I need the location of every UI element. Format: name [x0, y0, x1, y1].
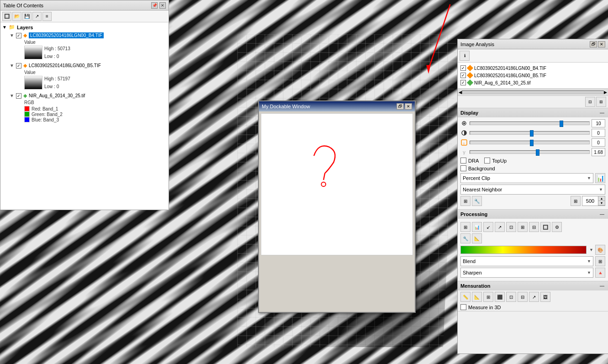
blend-dropdown[interactable]: Blend ▼	[460, 256, 593, 266]
ia-layer3-checkbox[interactable]	[460, 80, 466, 85]
display-section-header[interactable]: Display —	[458, 108, 608, 117]
nearest-neighbor-arrow: ▼	[599, 187, 603, 192]
mensuration-section-header[interactable]: Mensuration —	[458, 281, 608, 290]
spin-up-btn[interactable]: ▲	[598, 196, 605, 201]
gamma-thumb[interactable]	[536, 149, 539, 156]
meas-tool-7[interactable]: ↗	[529, 292, 539, 302]
toc-close-button[interactable]: ✕	[159, 2, 166, 9]
hillshade-slider[interactable]	[470, 141, 590, 144]
ia-view-btn2[interactable]: ⊞	[596, 97, 606, 107]
brightness-thumb[interactable]	[560, 121, 563, 127]
proc-tool-9[interactable]: ⚙	[552, 222, 562, 232]
proc-tool-2[interactable]: 📊	[472, 222, 482, 232]
layer2-value-label: Value	[24, 70, 167, 75]
layers-group-header[interactable]: ▼ 📁 Layers	[2, 24, 167, 30]
contrast-thumb[interactable]	[530, 130, 534, 137]
proc-tool-7[interactable]: ⊟	[529, 222, 539, 232]
sharpen-btn[interactable]: 🔺	[595, 268, 605, 278]
ia-layer3-row[interactable]: NIR_Aug_6_2014_30_25.tif	[460, 79, 605, 86]
gamma-value[interactable]: 1.68	[592, 148, 605, 156]
dockable-close-button[interactable]: ✕	[405, 103, 412, 110]
sharpen-row: Sharpen ▼ 🔺	[460, 268, 605, 278]
toc-pin-button[interactable]: 📌	[151, 2, 158, 9]
proc-tool-6[interactable]: ⊞	[518, 222, 528, 232]
layer3-item[interactable]: ▼ ◆ NIR_Aug_6_2014_30_25.tif	[10, 92, 167, 99]
ia-layer1-row[interactable]: LC80390252014186LGN00_B4.TIF	[460, 64, 605, 72]
proc-tool-3[interactable]: ↙	[483, 222, 493, 232]
scroll-left-btn[interactable]: ◀	[459, 90, 462, 95]
percent-clip-chart-btn[interactable]: 📊	[595, 173, 605, 183]
meas-tool-8[interactable]: 🖼	[540, 292, 550, 302]
scroll-track[interactable]	[462, 90, 604, 94]
display-tool-2[interactable]: 🔧	[472, 196, 482, 206]
blend-row: Blend ▼ ⊞	[460, 256, 605, 266]
blend-btn[interactable]: ⊞	[595, 256, 605, 266]
spin-value[interactable]: 500	[582, 196, 598, 206]
scroll-right-btn[interactable]: ▶	[604, 90, 607, 95]
topup-checkbox[interactable]	[484, 158, 490, 164]
layer1-item[interactable]: ▼ ◆ LC80390252014186LGN00_B4.TIF	[10, 32, 167, 39]
proc-tool-4[interactable]: ↗	[495, 222, 505, 232]
ia-top-toolbar: ℹ	[458, 49, 608, 63]
color-ramp-btn[interactable]: 🎨	[595, 245, 605, 255]
dockable-restore-button[interactable]: 🗗	[397, 103, 404, 110]
spin-down-btn[interactable]: ▼	[598, 201, 605, 206]
toc-titlebar: Table Of Contents 📌 ✕	[0, 0, 169, 11]
meas-tool-3[interactable]: ⊞	[483, 292, 493, 302]
hillshade-thumb[interactable]	[530, 140, 534, 146]
layer2-item[interactable]: ▼ ◆ LC80390252014186LGN00_B5.TIF	[10, 62, 167, 69]
meas-tool-1[interactable]: 📏	[460, 292, 471, 302]
nearest-neighbor-dropdown[interactable]: Nearest Neighbor ▼	[460, 185, 605, 195]
toc-tool-2[interactable]: 📂	[12, 12, 21, 21]
background-checkbox[interactable]	[460, 165, 466, 171]
ia-scrollbar[interactable]: ◀ ▶	[458, 89, 608, 96]
ia-layer1-checkbox[interactable]	[460, 65, 466, 71]
display-collapse-btn[interactable]: —	[599, 110, 605, 116]
ia-layer2-row[interactable]: LC80390252014186LGN00_B5.TIF	[460, 72, 605, 79]
toc-tool-5[interactable]: ≡	[42, 12, 52, 21]
layer1-icon: ◆	[23, 32, 27, 38]
ia-view-btn1[interactable]: ⊟	[585, 97, 595, 107]
mensuration-collapse-btn[interactable]: —	[599, 283, 605, 289]
ia-layers-list: LC80390252014186LGN00_B4.TIF LC803902520…	[458, 63, 608, 89]
background-row: Background	[460, 165, 605, 171]
proc-tool-11[interactable]: 📐	[472, 233, 482, 243]
display-tool-3[interactable]: ⊞	[571, 196, 581, 206]
color-ramp-arrow[interactable]: ▼	[589, 248, 593, 252]
brightness-value[interactable]: 10	[592, 119, 605, 127]
meas-tool-4[interactable]: ⬛	[495, 292, 505, 302]
ia-layer2-checkbox[interactable]	[460, 73, 466, 78]
toc-tool-1[interactable]: 🔲	[2, 12, 11, 21]
sharpen-dropdown[interactable]: Sharpen ▼	[460, 268, 593, 278]
meas-tool-6[interactable]: ⊟	[518, 292, 528, 302]
layer1-checkbox[interactable]	[16, 33, 21, 38]
layer2-checkbox[interactable]	[16, 63, 21, 69]
ia-tool-info[interactable]: ℹ	[460, 51, 470, 61]
toc-tool-4[interactable]: ↗	[32, 12, 42, 21]
toc-title: Table Of Contents	[3, 3, 43, 8]
meas-tool-5[interactable]: ⊡	[506, 292, 516, 302]
toc-tool-3[interactable]: 💾	[22, 12, 32, 21]
measure-3d-checkbox[interactable]	[460, 304, 466, 310]
ia-close-button[interactable]: ✕	[598, 41, 605, 47]
meas-tool-2[interactable]: 📐	[472, 292, 482, 302]
processing-collapse-btn[interactable]: —	[599, 211, 605, 217]
layer3-checkbox[interactable]	[16, 93, 21, 99]
contrast-value[interactable]: 0	[592, 129, 605, 137]
proc-tool-1[interactable]: ⊞	[460, 222, 471, 232]
spin-buttons: ▲ ▼	[598, 196, 605, 206]
display-tool-1[interactable]: ⊞	[460, 196, 471, 206]
brightness-slider[interactable]	[470, 121, 590, 125]
processing-section-header[interactable]: Processing —	[458, 210, 608, 219]
display-section-body: 10 0 ☼	[458, 117, 608, 209]
dra-checkbox[interactable]	[460, 158, 466, 164]
gamma-slider[interactable]	[470, 150, 590, 154]
proc-tool-5[interactable]: ⊡	[506, 222, 516, 232]
proc-tool-8[interactable]: 🔲	[540, 222, 550, 232]
hillshade-value[interactable]: 0	[592, 138, 605, 147]
percent-clip-dropdown[interactable]: Percent Clip ▼	[460, 173, 593, 183]
ia-restore-button[interactable]: 🗗	[590, 41, 597, 47]
contrast-row: 0	[460, 129, 605, 137]
proc-tool-10[interactable]: 🔧	[460, 233, 471, 243]
contrast-slider[interactable]	[470, 131, 590, 135]
